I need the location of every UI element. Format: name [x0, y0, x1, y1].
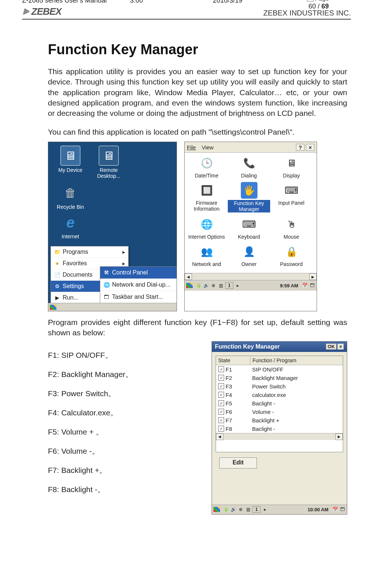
footer-label-page: Page [315, 0, 329, 2]
footer-date: 2010/3/19 [213, 0, 285, 4]
book-icon [307, 0, 314, 1]
page-sep: / [316, 3, 321, 10]
page-current: 60 [308, 3, 316, 10]
page-footer: Subject Z-2065 series User's Manual Vers… [22, 0, 351, 578]
footer-version: 3.00 [130, 0, 213, 4]
page-total: 69 [321, 3, 329, 10]
footer-subject: Z-2065 series User's Manual [22, 0, 130, 4]
footer-page: 60 / 69 [307, 3, 329, 10]
